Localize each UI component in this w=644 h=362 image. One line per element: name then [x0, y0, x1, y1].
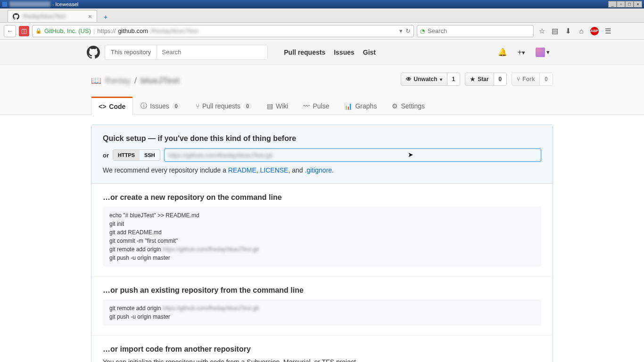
tab-pulls[interactable]: ⑂Pull requests0: [188, 97, 259, 115]
notifications-icon[interactable]: 🔔: [498, 48, 507, 57]
pulls-count: 0: [243, 103, 252, 109]
github-nav: Pull requests Issues Gist: [284, 49, 376, 56]
tab-close-button[interactable]: ×: [88, 13, 92, 20]
history-dropdown-icon[interactable]: ▾: [399, 27, 403, 34]
maximize-button[interactable]: □: [625, 1, 634, 8]
tab-issues[interactable]: ⓘIssues0: [133, 97, 188, 115]
gear-icon: ⚙: [392, 102, 398, 110]
star-icon: ★: [470, 76, 475, 82]
https-button[interactable]: HTTPS: [113, 150, 140, 160]
browser-tab[interactable]: fheday/blueJTest ×: [8, 10, 97, 22]
site-identity: GitHub, Inc. (US): [44, 27, 91, 34]
star-button-group[interactable]: ★Star 0: [465, 73, 507, 86]
tab-wiki[interactable]: ▤Wiki: [259, 97, 296, 115]
issues-count: 0: [172, 103, 181, 109]
github-search-input[interactable]: [157, 45, 267, 59]
tab-code[interactable]: <>Code: [91, 97, 133, 115]
url-prefix: https://: [97, 27, 116, 34]
nav-pull-requests[interactable]: Pull requests: [284, 49, 325, 56]
bookmark-star-icon[interactable]: ☆: [537, 27, 547, 35]
or-label: or: [103, 152, 109, 159]
pr-icon: ⑂: [196, 102, 199, 110]
app-icon: [2, 1, 8, 7]
create-repo-section: …or create a new repository on the comma…: [91, 184, 553, 277]
home-icon[interactable]: ⌂: [576, 27, 586, 35]
ublock-icon[interactable]: ◫: [19, 26, 29, 36]
create-title: …or create a new repository on the comma…: [103, 193, 541, 202]
reload-icon[interactable]: ↻: [405, 27, 411, 34]
search-engine-icon: ◔: [420, 28, 425, 34]
menu-icon[interactable]: ☰: [603, 27, 613, 35]
create-new-icon[interactable]: +▾: [518, 48, 525, 57]
import-title: …or import code from another repository: [103, 345, 541, 354]
downloads-icon[interactable]: ⬇: [563, 27, 573, 35]
repo-header: 📖 fheday / blueJTest 👁Unwatch▾ 1 ★Star 0…: [0, 65, 644, 115]
pulse-icon: 〰: [303, 102, 310, 110]
repo-icon: 📖: [91, 75, 101, 86]
tab-pulse[interactable]: 〰Pulse: [296, 97, 337, 115]
push-repo-section: …or push an existing repository from the…: [91, 277, 553, 336]
book-icon: ▤: [267, 102, 273, 110]
star-label: Star: [478, 76, 488, 82]
abp-icon[interactable]: ABP: [589, 27, 600, 35]
github-logo-icon[interactable]: [87, 46, 100, 59]
clone-url-blurred: https://github.com/fheday/blueJTest.git: [168, 152, 272, 159]
code-icon: <>: [99, 103, 106, 110]
ssh-button[interactable]: SSH: [140, 150, 160, 160]
back-button[interactable]: ←: [4, 25, 16, 37]
readme-link[interactable]: README: [228, 166, 256, 174]
tab-graphs[interactable]: 📊Graphs: [337, 97, 384, 115]
url-bar[interactable]: 🔒 GitHub, Inc. (US) | https://github.com…: [32, 25, 414, 37]
watch-label: Unwatch: [414, 76, 438, 82]
github-header: This repository Pull requests Issues Gis…: [0, 40, 644, 65]
search-scope[interactable]: This repository: [105, 45, 157, 59]
url-domain: github.com: [118, 27, 148, 34]
browser-tabstrip: fheday/blueJTest × +: [0, 8, 644, 23]
browser-toolbar: ← ◫ 🔒 GitHub, Inc. (US) | https://github…: [0, 23, 644, 40]
create-codeblock[interactable]: echo "# blueJTest" >> README.md git init…: [103, 206, 541, 267]
tab-title-blurred: fheday/blueJTest: [23, 13, 66, 20]
license-link[interactable]: LICENSE: [260, 166, 289, 174]
eye-icon: 👁: [406, 76, 412, 82]
watch-button-group[interactable]: 👁Unwatch▾ 1: [401, 73, 461, 86]
import-section: …or import code from another repository …: [91, 336, 553, 362]
repo-owner-blurred[interactable]: fheday: [105, 76, 131, 86]
repo-search: This repository: [105, 45, 268, 60]
window-app-name: - Iceweasel: [52, 1, 79, 7]
browser-search-box[interactable]: ◔: [417, 25, 534, 37]
repo-name-blurred[interactable]: blueJTest: [140, 76, 180, 86]
lock-icon: 🔒: [35, 28, 42, 34]
close-window-button[interactable]: ×: [634, 1, 642, 8]
github-favicon: [13, 13, 19, 20]
star-count[interactable]: 0: [494, 73, 507, 85]
avatar-icon: [536, 48, 545, 57]
window-title-blurred: fheday/blueJTest: [9, 1, 50, 7]
fork-icon: ⑂: [517, 76, 520, 82]
issue-icon: ⓘ: [140, 102, 147, 110]
repo-tabs: <>Code ⓘIssues0 ⑂Pull requests0 ▤Wiki 〰P…: [91, 96, 553, 115]
push-title: …or push an existing repository from the…: [103, 286, 541, 295]
fork-count[interactable]: 0: [540, 73, 553, 85]
quick-setup-box: Quick setup — if you've done this kind o…: [91, 124, 553, 362]
protocol-switch: HTTPS SSH: [113, 149, 160, 161]
fork-label: Fork: [522, 76, 535, 82]
page-viewport: This repository Pull requests Issues Gis…: [0, 40, 644, 362]
tab-settings[interactable]: ⚙Settings: [384, 97, 432, 115]
os-titlebar: fheday/blueJTest - Iceweasel _ ▫ □ ×: [0, 0, 644, 8]
window-controls: _ ▫ □ ×: [608, 1, 642, 8]
fork-button-group[interactable]: ⑂Fork 0: [512, 73, 553, 86]
push-codeblock[interactable]: git remote add origin https://github.com…: [103, 299, 541, 326]
nav-issues[interactable]: Issues: [334, 49, 355, 56]
gitignore-link[interactable]: .gitignore: [305, 166, 332, 174]
clone-url-input[interactable]: https://github.com/fheday/blueJTest.git: [164, 148, 541, 162]
import-desc: You can initialize this repository with …: [103, 358, 541, 362]
watch-count[interactable]: 1: [447, 73, 460, 85]
user-menu[interactable]: ▾: [536, 48, 550, 57]
browser-search-input[interactable]: [428, 27, 530, 34]
nav-gist[interactable]: Gist: [363, 49, 376, 56]
dock-button[interactable]: ▫: [617, 1, 625, 8]
quick-setup-title: Quick setup — if you've done this kind o…: [103, 134, 541, 143]
library-icon[interactable]: ▤: [550, 27, 560, 35]
new-tab-button[interactable]: +: [100, 12, 111, 22]
minimize-button[interactable]: _: [608, 1, 617, 8]
